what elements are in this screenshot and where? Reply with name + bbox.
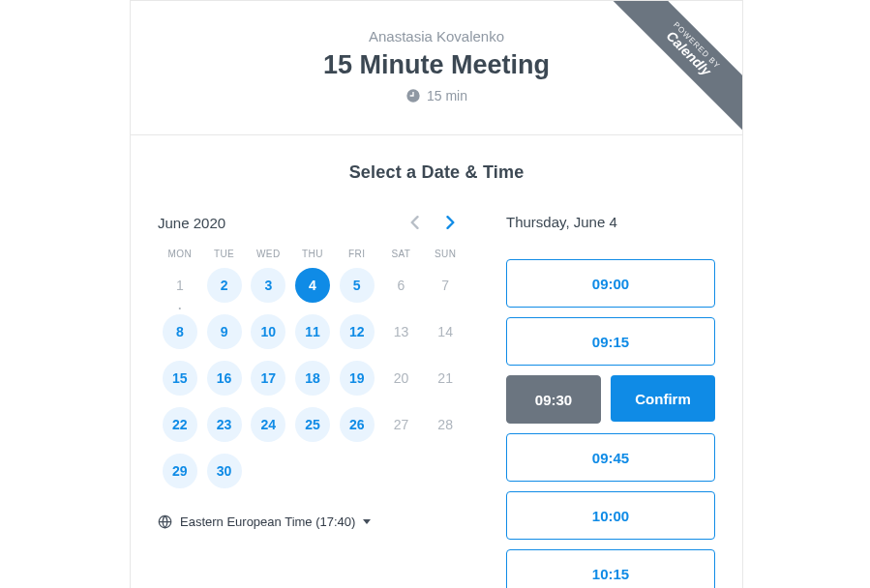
calendar-day-number: 10	[251, 314, 285, 349]
calendar-day-number: 19	[340, 361, 375, 396]
calendar-day-number: 23	[207, 407, 242, 442]
calendar-day-number: 4	[295, 268, 330, 303]
calendar-day-number: 25	[295, 407, 330, 442]
weekday-label: TUE	[202, 249, 247, 259]
prev-month-button[interactable]	[405, 214, 423, 231]
time-slot-row: 10:00	[506, 491, 715, 540]
time-slots-panel: Thursday, June 4 09:0009:1509:30Confirm0…	[506, 214, 715, 588]
duration: 15 min	[405, 88, 467, 103]
calendar-day[interactable]: 24	[246, 406, 290, 443]
calendar-day-number: 2	[207, 268, 242, 303]
duration-label: 15 min	[427, 88, 467, 103]
calendar-day[interactable]: 15	[158, 360, 202, 397]
calendar-day: 14	[423, 313, 467, 350]
calendar-day[interactable]: 3	[246, 267, 290, 304]
calendar-day[interactable]: 18	[290, 360, 335, 397]
calendar-day[interactable]: 8	[158, 313, 202, 350]
calendar-day[interactable]: 4	[290, 267, 335, 304]
calendar-day-number: 30	[207, 454, 242, 488]
calendar-day-number: 21	[428, 361, 463, 396]
time-slot-row: 09:15	[506, 317, 715, 366]
confirm-button[interactable]: Confirm	[611, 375, 715, 422]
calendar-day[interactable]: 2	[202, 267, 247, 304]
calendar-day-number: 1	[163, 268, 197, 303]
calendar-day[interactable]: 9	[202, 313, 247, 350]
time-slot-row: 09:00	[506, 259, 715, 308]
calendar-day-number: 24	[251, 407, 285, 442]
calendar-day-number: 26	[340, 407, 375, 442]
calendar-day-number: 17	[251, 361, 285, 396]
meeting-title: 15 Minute Meeting	[150, 50, 723, 80]
calendar-day-number: 13	[383, 314, 418, 349]
calendar-day[interactable]: 11	[290, 313, 335, 350]
month-label: June 2020	[158, 215, 225, 231]
calendar-day[interactable]: 17	[246, 360, 290, 397]
calendar-day-number: 28	[428, 407, 463, 442]
calendar-day-number: 27	[383, 407, 418, 442]
calendar-day-number: 16	[207, 361, 242, 396]
time-slot-row: 09:45	[506, 433, 715, 482]
calendar-day[interactable]: 29	[158, 453, 202, 489]
calendar-day-number: 22	[163, 407, 197, 442]
calendar-day-number: 14	[428, 314, 463, 349]
calendar-day: 7	[423, 267, 467, 304]
calendar-empty-cell	[290, 453, 335, 489]
calendar-empty-cell	[335, 453, 379, 489]
timezone-label: Eastern European Time (17:40)	[180, 514, 355, 529]
calendar-empty-cell	[423, 453, 467, 489]
timezone-selector[interactable]: Eastern European Time (17:40)	[158, 514, 467, 529]
calendar-day: 28	[423, 406, 467, 443]
calendar-day-number: 12	[340, 314, 375, 349]
calendar-day[interactable]: 22	[158, 406, 202, 443]
calendar-day[interactable]: 19	[335, 360, 379, 397]
time-slot-row: 09:30Confirm	[506, 375, 715, 424]
calendar-day[interactable]: 25	[290, 406, 335, 443]
section-title: Select a Date & Time	[158, 162, 715, 183]
calendar-empty-cell	[379, 453, 424, 489]
weekday-label: SAT	[379, 249, 424, 259]
calendar-day[interactable]: 16	[202, 360, 247, 397]
calendar-day-number: 5	[340, 268, 375, 303]
calendar-day: 27	[379, 406, 424, 443]
time-slot-button[interactable]: 10:00	[506, 491, 715, 540]
clock-icon	[405, 88, 421, 103]
calendar-day: 20	[379, 360, 424, 397]
calendar-day[interactable]: 23	[202, 406, 247, 443]
chevron-right-icon	[446, 216, 456, 229]
calendar-day-number: 18	[295, 361, 330, 396]
weekday-label: SUN	[423, 249, 467, 259]
calendar-day-number: 9	[207, 314, 242, 349]
meeting-header: Anastasia Kovalenko 15 Minute Meeting 15…	[131, 1, 742, 135]
globe-icon	[158, 514, 172, 529]
calendar-day[interactable]: 10	[246, 313, 290, 350]
scheduling-widget: POWERED BY Calendly Anastasia Kovalenko …	[130, 0, 743, 588]
host-name: Anastasia Kovalenko	[150, 28, 723, 44]
calendar-day[interactable]: 5	[335, 267, 379, 304]
time-slot-button[interactable]: 10:15	[506, 549, 715, 588]
selected-date-label: Thursday, June 4	[506, 214, 715, 230]
time-slot-button[interactable]: 09:45	[506, 433, 715, 482]
time-slot-button[interactable]: 09:00	[506, 259, 715, 308]
calendar-day: 13	[379, 313, 424, 350]
calendar-day-number: 8	[163, 314, 197, 349]
weekday-label: THU	[290, 249, 335, 259]
caret-down-icon	[363, 519, 371, 524]
calendar-day-number: 6	[383, 268, 418, 303]
time-slot-selected: 09:30	[506, 375, 601, 424]
calendar-day[interactable]: 12	[335, 313, 379, 350]
calendar-empty-cell	[246, 453, 290, 489]
calendar-day: 21	[423, 360, 467, 397]
weekday-label: MON	[158, 249, 202, 259]
calendar-day-number: 7	[428, 268, 463, 303]
calendar-day[interactable]: 30	[202, 453, 247, 489]
time-slot-button[interactable]: 09:15	[506, 317, 715, 366]
calendar-day[interactable]: 26	[335, 406, 379, 443]
calendar-day-number: 29	[163, 454, 197, 488]
weekday-label: FRI	[335, 249, 379, 259]
next-month-button[interactable]	[442, 214, 460, 231]
calendar-day-number: 15	[163, 361, 197, 396]
time-slot-row: 10:15	[506, 549, 715, 588]
calendar-day-number: 3	[251, 268, 285, 303]
calendar-day-number: 20	[383, 361, 418, 396]
calendar: June 2020 MONTUEWEDTHUFRISATSUN 12345678…	[158, 214, 467, 588]
